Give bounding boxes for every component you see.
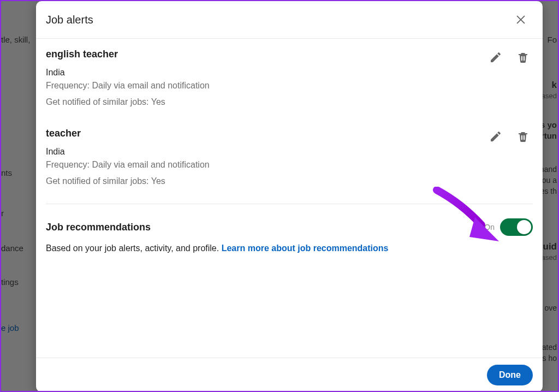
learn-more-link[interactable]: Learn more about job recommendations <box>222 243 389 253</box>
modal-title: Job alerts <box>46 14 93 26</box>
alert-frequency: Frequency: Daily via email and notificat… <box>46 81 488 91</box>
modal-body: english teacher India Frequency: Daily v… <box>36 39 543 358</box>
modal-footer: Done <box>36 358 543 392</box>
recommendations-toggle[interactable] <box>500 218 533 236</box>
done-button[interactable]: Done <box>487 365 533 385</box>
close-icon <box>515 14 527 26</box>
delete-alert-button[interactable] <box>515 129 531 144</box>
job-recommendations-section: Job recommendations On Based on your job… <box>46 204 533 259</box>
edit-alert-button[interactable] <box>488 129 503 144</box>
close-button[interactable] <box>510 9 532 31</box>
recommendations-description: Based on your job alerts, activity, and … <box>46 243 533 253</box>
trash-icon <box>516 51 530 64</box>
job-alert-item: english teacher India Frequency: Daily v… <box>46 39 533 118</box>
toggle-knob <box>517 220 531 234</box>
alert-title: teacher <box>46 128 488 139</box>
alert-similar-jobs: Get notified of similar jobs: Yes <box>46 97 488 107</box>
alert-title: english teacher <box>46 49 488 60</box>
alert-location: India <box>46 68 488 78</box>
alert-frequency: Frequency: Daily via email and notificat… <box>46 160 488 170</box>
alert-similar-jobs: Get notified of similar jobs: Yes <box>46 176 488 186</box>
pencil-icon <box>489 130 502 143</box>
recommendations-desc-text: Based on your job alerts, activity, and … <box>46 243 222 253</box>
edit-alert-button[interactable] <box>488 50 503 65</box>
delete-alert-button[interactable] <box>515 50 531 65</box>
alert-location: India <box>46 147 488 157</box>
job-alert-item: teacher India Frequency: Daily via email… <box>46 118 533 197</box>
job-alerts-modal: Job alerts english teacher India Frequen… <box>36 1 543 392</box>
toggle-state-label: On <box>484 223 495 231</box>
trash-icon <box>516 130 530 143</box>
modal-header: Job alerts <box>36 1 543 39</box>
pencil-icon <box>489 51 502 64</box>
recommendations-title: Job recommendations <box>46 222 484 233</box>
